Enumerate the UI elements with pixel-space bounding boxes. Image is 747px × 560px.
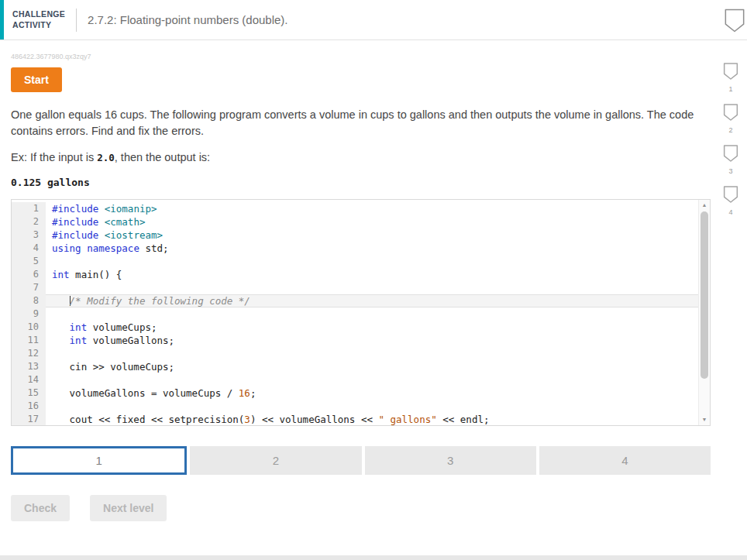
progress-bar: 1234 (11, 446, 711, 475)
line-number: 16 (12, 400, 46, 413)
code-line-text: cout << fixed << setprecision(3) << volu… (46, 413, 710, 426)
line-number: 6 (12, 268, 46, 281)
level-badge-number: 3 (728, 167, 732, 175)
activity-header: CHALLENGE ACTIVITY 2.7.2: Floating-point… (0, 0, 747, 40)
level-badge-number: 1 (728, 85, 732, 93)
code-line-text: using namespace std; (46, 242, 710, 255)
code-editor[interactable]: 1#include <iomanip>2#include <cmath>3#in… (11, 199, 711, 426)
code-line[interactable]: 2#include <cmath> (12, 215, 710, 228)
shield-icon (723, 62, 738, 84)
code-line[interactable]: 1#include <iomanip> (12, 202, 710, 215)
code-line-text (46, 373, 710, 387)
line-number: 3 (12, 228, 46, 242)
kicker-line-1: CHALLENGE (12, 9, 65, 20)
progress-segment-2[interactable]: 2 (190, 446, 361, 475)
shield-icon (723, 103, 738, 125)
code-line-text: int main() { (46, 268, 710, 281)
example-prefix: Ex: If the input is (11, 151, 97, 163)
code-line[interactable]: 16 (12, 400, 710, 413)
next-level-button[interactable]: Next level (90, 495, 167, 521)
line-number: 2 (12, 215, 46, 228)
line-number: 8 (12, 294, 46, 307)
line-number: 10 (12, 321, 46, 334)
scroll-up-icon[interactable]: ▲ (699, 200, 710, 211)
level-badge-2[interactable]: 2 (723, 103, 738, 134)
level-badge-number: 2 (728, 126, 732, 134)
code-line[interactable]: 7 (12, 281, 710, 294)
scrollbar-thumb[interactable] (701, 211, 708, 379)
level-badge-3[interactable]: 3 (723, 144, 738, 175)
activity-body: 486422.3677980.qx3zqy7 Start One gallon … (0, 53, 747, 521)
example-suffix: , then the output is: (115, 151, 210, 163)
line-number: 7 (12, 281, 46, 294)
code-line-text (46, 400, 710, 413)
check-button[interactable]: Check (11, 495, 70, 521)
code-line-text: #include <iostream> (46, 228, 710, 242)
code-line-text: int volumeCups; (46, 321, 710, 334)
level-badge-4[interactable]: 4 (723, 185, 738, 216)
code-line[interactable]: 8 /* Modify the following code */ (12, 294, 710, 307)
progress-segment-3[interactable]: 3 (365, 446, 536, 475)
code-line[interactable]: 9 (12, 307, 710, 321)
code-line-text (46, 347, 710, 360)
code-line[interactable]: 12 (12, 347, 710, 360)
action-buttons: Check Next level (11, 495, 747, 521)
code-line-text: cin >> volumeCups; (46, 360, 710, 373)
editor-scrollbar[interactable]: ▲ ▼ (698, 200, 710, 425)
instructions-text: One gallon equals 16 cups. The following… (11, 107, 710, 139)
code-line[interactable]: 17 cout << fixed << setprecision(3) << v… (12, 413, 710, 426)
code-line[interactable]: 6int main() { (12, 268, 710, 281)
code-lines: 1#include <iomanip>2#include <cmath>3#in… (12, 200, 710, 426)
code-line-text (46, 255, 710, 268)
line-number: 12 (12, 347, 46, 360)
page-bottom-divider (0, 555, 747, 560)
code-line-text (46, 307, 710, 321)
line-number: 15 (12, 387, 46, 400)
teal-accent-bar (0, 0, 4, 40)
code-line[interactable]: 5 (12, 255, 710, 268)
code-line-text: int volumeGallons; (46, 334, 710, 347)
shield-icon (723, 185, 738, 207)
code-line[interactable]: 10 int volumeCups; (12, 321, 710, 334)
level-badge-number: 4 (728, 208, 732, 216)
start-button[interactable]: Start (11, 67, 62, 92)
line-number: 9 (12, 307, 46, 321)
code-line-text (46, 281, 710, 294)
code-line-text: volumeGallons = volumeCups / 16; (46, 387, 710, 400)
level-badge-1[interactable]: 1 (723, 62, 738, 93)
code-line[interactable]: 4using namespace std; (12, 242, 710, 255)
line-number: 14 (12, 373, 46, 387)
code-line[interactable]: 15 volumeGallons = volumeCups / 16; (12, 387, 710, 400)
line-number: 4 (12, 242, 46, 255)
shield-icon (724, 5, 745, 40)
code-line-text: /* Modify the following code */ (46, 294, 710, 307)
header-divider (76, 9, 77, 32)
code-line-text: #include <cmath> (46, 215, 710, 228)
code-line[interactable]: 3#include <iostream> (12, 228, 710, 242)
level-rail: 1234 (723, 62, 738, 216)
line-number: 11 (12, 334, 46, 347)
progress-segment-1[interactable]: 1 (11, 446, 187, 475)
activity-title: 2.7.2: Floating-point numbers (double). (88, 13, 287, 26)
example-line: Ex: If the input is 2.0, then the output… (11, 151, 747, 163)
kicker-line-2: ACTIVITY (12, 20, 65, 31)
code-line[interactable]: 11 int volumeGallons; (12, 334, 710, 347)
line-number: 5 (12, 255, 46, 268)
activity-code-id: 486422.3677980.qx3zqy7 (11, 53, 747, 60)
scroll-down-icon[interactable]: ▼ (699, 414, 710, 425)
challenge-activity-kicker: CHALLENGE ACTIVITY (12, 9, 65, 30)
progress-segment-4[interactable]: 4 (539, 446, 711, 475)
line-number: 17 (12, 413, 46, 426)
example-output: 0.125 gallons (11, 177, 747, 188)
line-number: 13 (12, 360, 46, 373)
shield-icon (723, 144, 738, 166)
example-input-value: 2.0 (97, 152, 115, 163)
code-line[interactable]: 13 cin >> volumeCups; (12, 360, 710, 373)
code-line[interactable]: 14 (12, 373, 710, 387)
code-line-text: #include <iomanip> (46, 202, 710, 215)
line-number: 1 (12, 202, 46, 215)
